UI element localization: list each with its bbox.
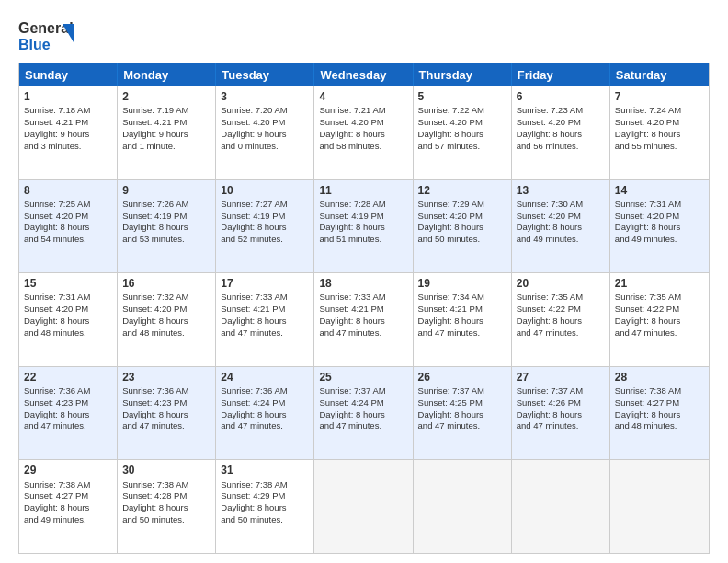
day-info-line: Sunrise: 7:36 AM — [122, 385, 188, 396]
day-info-line: Daylight: 8 hours — [221, 316, 286, 326]
day-info-line: Sunrise: 7:38 AM — [615, 385, 681, 396]
day-number: 17 — [221, 276, 309, 291]
day-info-line: Sunrise: 7:30 AM — [517, 199, 583, 209]
day-info-line: Sunrise: 7:31 AM — [615, 199, 681, 209]
day-info-line: Sunrise: 7:31 AM — [24, 292, 90, 302]
day-number: 24 — [221, 370, 309, 385]
day-number: 6 — [517, 89, 605, 104]
day-number: 10 — [221, 183, 309, 198]
day-info-line: Sunrise: 7:38 AM — [122, 479, 188, 489]
day-cell-4: 4Sunrise: 7:21 AMSunset: 4:20 PMDaylight… — [314, 86, 413, 179]
day-cell-10: 10Sunrise: 7:27 AMSunset: 4:19 PMDayligh… — [216, 180, 314, 273]
day-info-line: Sunrise: 7:38 AM — [221, 479, 287, 489]
day-info-line: Sunset: 4:21 PM — [24, 117, 88, 127]
logo-icon: General Blue — [18, 15, 74, 55]
day-cell-16: 16Sunrise: 7:32 AMSunset: 4:20 PMDayligh… — [118, 273, 216, 366]
day-number: 28 — [615, 370, 704, 385]
day-info-line: Sunrise: 7:33 AM — [221, 292, 287, 302]
day-info-line: Sunset: 4:20 PM — [418, 117, 483, 127]
day-info-line: Sunrise: 7:33 AM — [319, 292, 385, 302]
day-info-line: and 51 minutes. — [319, 234, 381, 244]
day-info-line: Daylight: 8 hours — [221, 502, 286, 512]
day-info-line: and 58 minutes. — [319, 141, 381, 151]
day-info-line: Sunrise: 7:35 AM — [615, 292, 681, 302]
empty-cell — [314, 460, 413, 553]
day-info-line: Daylight: 8 hours — [319, 316, 384, 326]
day-info-line: and 52 minutes. — [221, 234, 283, 244]
calendar-header: SundayMondayTuesdayWednesdayThursdayFrid… — [19, 63, 709, 86]
day-info-line: Sunset: 4:19 PM — [319, 211, 383, 221]
day-cell-5: 5Sunrise: 7:22 AMSunset: 4:20 PMDaylight… — [414, 86, 512, 179]
day-info-line: and 55 minutes. — [615, 141, 677, 151]
day-number: 7 — [615, 89, 704, 104]
day-info-line: and 54 minutes. — [24, 234, 86, 244]
day-info-line: Daylight: 8 hours — [517, 222, 582, 232]
day-number: 21 — [615, 276, 704, 291]
day-info-line: and 48 minutes. — [615, 420, 677, 431]
day-number: 2 — [122, 89, 210, 104]
day-info-line: and 50 minutes. — [221, 514, 283, 524]
day-info-line: and 53 minutes. — [122, 234, 185, 244]
day-number: 3 — [221, 89, 309, 104]
day-cell-6: 6Sunrise: 7:23 AMSunset: 4:20 PMDaylight… — [512, 86, 610, 179]
day-info-line: Daylight: 8 hours — [221, 409, 286, 419]
day-info-line: Sunset: 4:20 PM — [24, 211, 88, 221]
day-number: 8 — [24, 183, 112, 198]
day-cell-11: 11Sunrise: 7:28 AMSunset: 4:19 PMDayligh… — [314, 180, 413, 273]
day-cell-24: 24Sunrise: 7:36 AMSunset: 4:24 PMDayligh… — [216, 367, 314, 460]
day-info-line: Sunset: 4:20 PM — [615, 211, 679, 221]
day-cell-7: 7Sunrise: 7:24 AMSunset: 4:20 PMDaylight… — [610, 86, 709, 179]
day-info-line: Sunset: 4:20 PM — [221, 117, 285, 127]
day-cell-17: 17Sunrise: 7:33 AMSunset: 4:21 PMDayligh… — [216, 273, 314, 366]
day-cell-12: 12Sunrise: 7:29 AMSunset: 4:20 PMDayligh… — [414, 180, 512, 273]
day-cell-19: 19Sunrise: 7:34 AMSunset: 4:21 PMDayligh… — [414, 273, 512, 366]
day-number: 25 — [319, 370, 407, 385]
day-info-line: Sunset: 4:25 PM — [418, 397, 483, 408]
calendar-week-3: 15Sunrise: 7:31 AMSunset: 4:20 PMDayligh… — [19, 272, 709, 366]
day-info-line: Sunrise: 7:24 AM — [615, 105, 681, 115]
day-cell-31: 31Sunrise: 7:38 AMSunset: 4:29 PMDayligh… — [216, 460, 314, 553]
day-number: 19 — [418, 276, 506, 291]
day-info-line: Daylight: 8 hours — [319, 409, 384, 419]
day-info-line: Daylight: 8 hours — [615, 222, 680, 232]
day-info-line: Daylight: 8 hours — [122, 316, 188, 326]
day-info-line: Sunrise: 7:32 AM — [122, 292, 188, 302]
header-day-sunday: Sunday — [19, 63, 118, 86]
day-info-line: Daylight: 8 hours — [418, 316, 483, 326]
day-number: 26 — [418, 370, 506, 385]
day-info-line: Sunset: 4:21 PM — [319, 304, 383, 314]
day-info-line: Sunrise: 7:37 AM — [418, 385, 484, 396]
empty-cell — [610, 460, 709, 553]
day-cell-8: 8Sunrise: 7:25 AMSunset: 4:20 PMDaylight… — [19, 180, 118, 273]
day-number: 15 — [24, 276, 112, 291]
header-day-wednesday: Wednesday — [314, 63, 413, 86]
day-cell-13: 13Sunrise: 7:30 AMSunset: 4:20 PMDayligh… — [512, 180, 610, 273]
day-info-line: Sunrise: 7:37 AM — [319, 385, 385, 396]
calendar-week-5: 29Sunrise: 7:38 AMSunset: 4:27 PMDayligh… — [19, 459, 709, 553]
day-info-line: Daylight: 8 hours — [517, 409, 582, 419]
day-info-line: Sunset: 4:23 PM — [24, 397, 88, 408]
day-info-line: Daylight: 8 hours — [615, 129, 680, 139]
day-info-line: and 47 minutes. — [122, 420, 185, 431]
day-info-line: and 47 minutes. — [221, 327, 283, 338]
day-info-line: Daylight: 8 hours — [24, 409, 89, 419]
day-info-line: Sunset: 4:27 PM — [24, 490, 88, 500]
day-info-line: Sunrise: 7:28 AM — [319, 199, 385, 209]
day-info-line: Daylight: 8 hours — [221, 222, 286, 232]
day-number: 20 — [517, 276, 605, 291]
day-info-line: and 48 minutes. — [122, 327, 185, 338]
day-number: 16 — [122, 276, 210, 291]
logo: General Blue — [18, 15, 74, 55]
day-number: 14 — [615, 183, 704, 198]
day-info-line: Sunset: 4:20 PM — [418, 211, 483, 221]
day-info-line: Sunset: 4:21 PM — [122, 117, 187, 127]
day-info-line: and 56 minutes. — [517, 141, 579, 151]
day-info-line: Sunrise: 7:38 AM — [24, 479, 90, 489]
day-info-line: and 47 minutes. — [517, 327, 579, 338]
day-number: 1 — [24, 89, 112, 104]
day-info-line: Sunset: 4:20 PM — [615, 117, 679, 127]
day-info-line: and 47 minutes. — [418, 420, 481, 431]
day-info-line: Daylight: 8 hours — [517, 316, 582, 326]
day-info-line: Sunrise: 7:27 AM — [221, 199, 287, 209]
day-info-line: Daylight: 9 hours — [122, 129, 188, 139]
